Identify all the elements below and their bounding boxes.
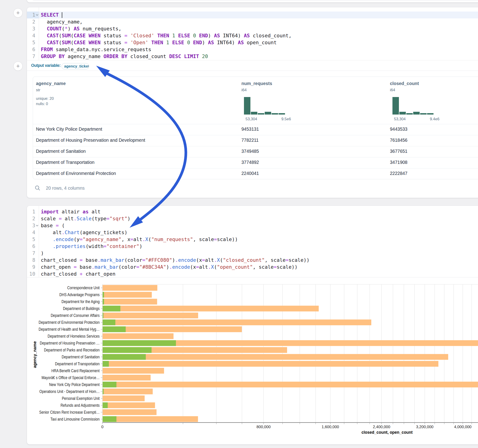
closed-count-bar[interactable] — [103, 312, 198, 318]
open-count-bar[interactable] — [103, 382, 116, 387]
table-cell[interactable]: Department of Sanitation — [36, 149, 86, 154]
code-token: SUM — [62, 33, 71, 38]
open-count-bar[interactable] — [103, 326, 126, 332]
closed-count-bar[interactable] — [103, 395, 145, 401]
x-axis-label: 2,400,000 — [373, 425, 390, 429]
code-token: GROUP BY — [41, 53, 65, 59]
y-axis-title: agency_name — [32, 341, 37, 368]
table-cell[interactable]: Department of Housing Preservation and D… — [36, 137, 145, 143]
table-cell[interactable]: 9443533 — [390, 126, 408, 132]
closed-count-bar[interactable] — [103, 389, 153, 394]
open-count-bar[interactable] — [103, 305, 120, 311]
table-cell[interactable]: 3774892 — [241, 160, 259, 165]
search-icon[interactable] — [35, 185, 41, 191]
closed-count-bar[interactable] — [103, 368, 164, 373]
code-token: * — [65, 26, 68, 31]
result-table[interactable]: agency_namestrunique: 20nulls: 0num_requ… — [33, 76, 478, 179]
open-count-bar[interactable] — [103, 402, 108, 408]
bar-chart-svg: Correspondence UnitDHS Advantage Program… — [27, 276, 478, 445]
column-name[interactable]: agency_name — [36, 81, 66, 86]
closed-count-bar[interactable] — [103, 402, 155, 408]
open-count-bar[interactable] — [103, 319, 115, 325]
line-number: 7 — [27, 53, 35, 60]
output-variable-pill[interactable]: agency_tickets — [62, 63, 89, 69]
table-cell[interactable]: New York City Police Department — [36, 126, 102, 132]
closed-count-bar[interactable] — [103, 382, 478, 387]
y-axis-label: Department of Buildings — [63, 306, 100, 311]
closed-count-bar[interactable] — [103, 409, 157, 415]
table-cell[interactable]: Department of Transportation — [36, 160, 94, 165]
add-cell-button-top[interactable]: + — [13, 8, 23, 18]
column-name[interactable]: closed_count — [390, 81, 419, 86]
code-token: . — [142, 236, 145, 242]
closed-count-bar[interactable] — [103, 354, 448, 360]
open-count-bar[interactable] — [103, 354, 146, 360]
closed-count-bar[interactable] — [103, 375, 151, 380]
previous-cell-output-strip — [32, 0, 478, 1]
code-token: . — [98, 257, 101, 263]
table-cell[interactable]: 7618456 — [390, 137, 408, 143]
add-cell-button-middle[interactable]: + — [13, 62, 23, 71]
code-token: ( — [59, 40, 62, 45]
open-count-bar[interactable] — [103, 312, 104, 318]
closed-count-bar[interactable] — [103, 361, 438, 367]
y-axis-label: Department of Transportation — [55, 361, 100, 366]
closed-count-bar[interactable] — [103, 285, 157, 291]
code-token: ( — [59, 223, 65, 228]
code-token: ELSE — [172, 40, 184, 45]
closed-count-bar[interactable] — [103, 305, 319, 311]
code-token: ) — [202, 40, 208, 45]
code-token: CASE — [74, 33, 86, 38]
closed-count-bar[interactable] — [103, 319, 371, 325]
line-number: 5 — [27, 236, 35, 243]
open-count-bar[interactable] — [103, 361, 109, 367]
table-cell[interactable]: 3677651 — [390, 149, 408, 154]
open-count-bar[interactable] — [103, 389, 104, 394]
table-cell[interactable]: 3749485 — [241, 149, 259, 154]
y-axis-label: Department of Environmental Protection — [39, 320, 100, 324]
table-cell[interactable]: 7782211 — [241, 137, 258, 143]
open-count-bar[interactable] — [103, 416, 116, 422]
code-token: CAST — [47, 40, 59, 45]
python-code-editor[interactable]: 1import altair as alt2scale = alt.Scale(… — [27, 206, 478, 277]
line-number: 3 — [27, 25, 35, 32]
code-token: ) — [68, 26, 74, 31]
code-token: (color — [119, 264, 137, 270]
code-token — [127, 40, 130, 45]
code-token: 'Open' — [130, 40, 148, 45]
code-token: = — [130, 236, 133, 242]
code-token — [127, 33, 130, 38]
open-count-bar[interactable] — [103, 299, 104, 305]
open-count-bar[interactable] — [103, 292, 104, 298]
table-cell[interactable]: Department of Environmental Protection — [36, 171, 116, 176]
column-name[interactable]: num_requests — [241, 81, 272, 86]
closed-count-bar[interactable] — [103, 299, 157, 305]
code-token: scale — [41, 216, 59, 221]
open-count-bar[interactable] — [103, 347, 151, 353]
line-number: 1 — [27, 208, 35, 215]
code-line: base = ( — [41, 222, 478, 229]
closed-count-bar[interactable] — [103, 416, 198, 422]
code-token: encode — [178, 257, 196, 263]
fold-chevron-icon[interactable] — [36, 12, 39, 19]
code-token — [163, 40, 166, 45]
table-cell[interactable]: 2222847 — [390, 171, 408, 176]
table-cell[interactable]: 3471908 — [390, 160, 408, 165]
fold-chevron-icon[interactable] — [36, 222, 39, 229]
code-token — [41, 26, 47, 31]
closed-count-bar[interactable] — [103, 292, 152, 298]
code-token: status — [101, 33, 125, 38]
code-token: 'Closed' — [130, 33, 154, 38]
code-token: chart_open — [82, 271, 115, 277]
code-token: "open_count" — [217, 264, 253, 270]
code-line: alt.Chart(agency_tickets) — [41, 229, 478, 236]
line-number: 4 — [27, 229, 35, 236]
sql-code-editor[interactable]: 1 SELECT 2 agency_name,3 COUNT(*) AS num… — [27, 7, 478, 60]
table-cell[interactable]: 2240041 — [241, 171, 259, 176]
table-cell[interactable]: 9453131 — [241, 126, 259, 132]
closed-count-bar[interactable] — [103, 333, 174, 339]
code-token: INT64) — [220, 33, 244, 38]
open-count-bar[interactable] — [103, 340, 176, 346]
code-token: 0 — [193, 33, 196, 38]
code-token: = — [107, 216, 110, 221]
